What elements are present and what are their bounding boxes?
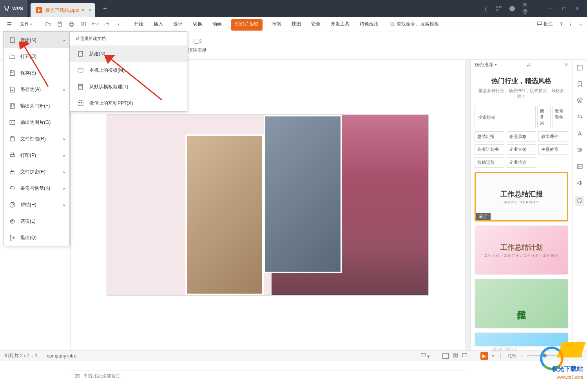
image-icon[interactable] [576, 163, 583, 171]
tab-developer[interactable]: 开发工具 [330, 18, 350, 31]
ribbon-toggle-icon[interactable]: ︿ [578, 21, 583, 27]
vertical-scrollbar[interactable] [465, 60, 470, 350]
notes-toggle-icon[interactable]: ▾ [420, 352, 429, 359]
template-item-1[interactable]: 工作总结汇报WORK REPORT 最近 [475, 172, 568, 221]
tab-special[interactable]: 特色应用 [359, 18, 379, 31]
menu-saveas[interactable]: 另存为(A)▸ [4, 81, 69, 98]
recent-badge: 最近 [476, 213, 491, 220]
menu-pdf[interactable]: P输出为PDF(F) [4, 98, 69, 114]
panel-close-icon[interactable]: ✕ [564, 62, 568, 67]
settings-icon[interactable] [576, 147, 583, 154]
menu-help[interactable]: ?帮助(H)▸ [4, 196, 69, 213]
menu-print[interactable]: 打印(P)▸ [4, 147, 69, 163]
slideshow-play-icon[interactable]: ▶ [480, 352, 488, 360]
search-commands[interactable]: 查找命令、搜索模板 [390, 21, 439, 27]
document-tab[interactable]: P 极光下载站.pptx × [31, 3, 95, 17]
zoom-value[interactable]: 71% [507, 353, 516, 359]
tag-education[interactable]: 教育教学 [552, 106, 568, 128]
menu-img[interactable]: 输出为图片(G) [4, 114, 69, 131]
close-tab-icon[interactable]: × [89, 7, 92, 13]
layers-icon[interactable] [576, 97, 583, 105]
menu-save[interactable]: 保存(S) [4, 65, 69, 81]
hexagon-icon[interactable] [575, 196, 584, 206]
open-icon[interactable] [43, 20, 53, 29]
file-menu-button[interactable]: 文件 ▾ [17, 19, 35, 29]
tab-transition[interactable]: 切换 [192, 18, 203, 31]
font-icon[interactable] [576, 130, 583, 138]
panel-settings-icon[interactable]: ⇄ [527, 62, 531, 67]
menu-new[interactable]: 新建(N)▸ [4, 32, 69, 48]
tag-item[interactable]: 总结汇报 [475, 131, 504, 142]
tag-item[interactable]: 主题教育 [538, 144, 568, 155]
undo-icon[interactable]: ▾ [90, 20, 100, 29]
tag-item[interactable]: 企业宣传 [507, 144, 536, 155]
template-item-2[interactable]: 工作总结计划工作总结／工作汇报／工作计划／工作报告 [475, 225, 568, 275]
minimize-icon[interactable]: — [548, 6, 553, 11]
maximize-icon[interactable]: □ [561, 6, 567, 11]
print-icon[interactable] [67, 20, 76, 29]
tag-item[interactable]: 创意风格 [507, 131, 536, 142]
reading-view-icon[interactable] [462, 352, 467, 359]
record-presentation[interactable]: 演讲实录 [188, 37, 207, 54]
template-item-3[interactable]: 工作汇报 [475, 279, 568, 328]
separator [42, 353, 42, 359]
tab-design[interactable]: 设计 [172, 18, 183, 31]
annotate-button[interactable]: 批注 [537, 21, 553, 27]
tag-item[interactable]: 企业培训 [507, 157, 536, 168]
notification-icon[interactable]: 1 [483, 6, 488, 11]
new-tab-button[interactable]: + [100, 3, 111, 14]
svg-point-15 [579, 151, 580, 152]
menu-open[interactable]: 打开(O) [4, 48, 69, 65]
submenu-header: 从这里新建文档 [70, 32, 187, 45]
tag-item[interactable]: 商业计划书 [475, 144, 504, 155]
help-icon[interactable]: ? [560, 22, 563, 27]
svg-rect-38 [421, 354, 425, 356]
template-item-4[interactable] [475, 332, 568, 347]
tag-item[interactable]: 教学课件 [538, 131, 568, 142]
menu-button[interactable] [4, 20, 15, 29]
wps-logo[interactable]: WPS [0, 0, 27, 17]
qat-dropdown[interactable]: ▾ [114, 20, 123, 29]
tab-slideshow[interactable]: 幻灯片放映 [231, 19, 263, 31]
close-window-icon[interactable]: ✕ [574, 6, 580, 11]
menu-encrypt[interactable]: 文件加密(E)▸ [4, 163, 69, 180]
sorter-view-icon[interactable] [453, 352, 458, 359]
svg-point-35 [79, 102, 80, 103]
submenu-default-template[interactable]: 从默认模板新建(T) [70, 78, 187, 95]
tab-start[interactable]: 开始 [133, 18, 144, 31]
menu-exit[interactable]: 退出(Q) [4, 229, 69, 246]
zoom-slider[interactable] [527, 355, 566, 356]
bookmark-icon[interactable] [576, 81, 583, 89]
refresh-icon[interactable] [576, 114, 583, 122]
apps-icon[interactable] [496, 6, 502, 11]
template-search-input[interactable] [475, 106, 536, 128]
collapse-ribbon-icon[interactable]: ⁝ [570, 21, 571, 27]
submenu-new[interactable]: 新建(N) [70, 45, 187, 62]
svg-point-22 [11, 122, 12, 122]
redo-icon[interactable] [102, 20, 111, 29]
fit-icon[interactable] [577, 352, 582, 359]
svg-point-7 [82, 24, 84, 25]
save-icon[interactable] [55, 20, 64, 29]
preview-icon[interactable] [78, 20, 88, 29]
tab-animation[interactable]: 动画 [212, 18, 223, 31]
menu-backup[interactable]: 备份与恢复(K)▸ [4, 180, 69, 196]
notes-placeholder[interactable]: 单击此处添加备注 [83, 373, 121, 379]
zoom-out-icon[interactable]: − [520, 353, 523, 359]
design-icon[interactable] [576, 64, 583, 72]
tab-security[interactable]: 安全 [310, 18, 321, 31]
svg-rect-40 [456, 353, 457, 355]
menu-pack[interactable]: 文件打包(R)▸ [4, 131, 69, 147]
tab-view[interactable]: 视图 [291, 18, 302, 31]
user-avatar[interactable] [509, 6, 515, 11]
zoom-in-icon[interactable]: + [570, 353, 573, 359]
menu-options[interactable]: 选项(L) [4, 213, 69, 229]
submenu-wechat-ppt[interactable]: 微信上的互动PPT(X) [70, 95, 187, 111]
normal-view-icon[interactable] [442, 353, 449, 359]
tab-insert[interactable]: 插入 [153, 18, 164, 31]
submenu-local-template[interactable]: 本机上的模板(M)... [70, 62, 187, 78]
tag-business[interactable]: 商务风 [537, 106, 551, 128]
tag-item[interactable]: 营销运营 [475, 157, 504, 168]
sound-icon[interactable] [576, 180, 583, 187]
tab-review[interactable]: 审阅 [271, 18, 282, 31]
